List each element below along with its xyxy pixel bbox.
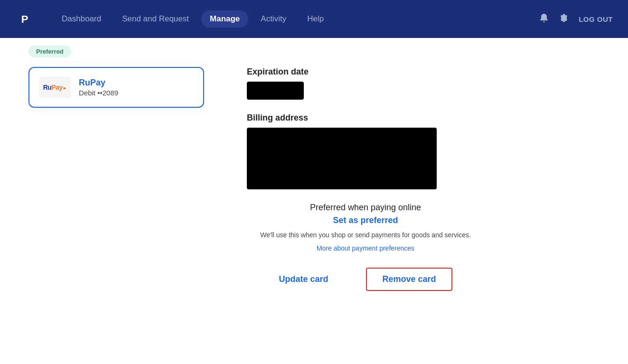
- remove-card-button[interactable]: Remove card: [366, 268, 452, 291]
- card-logo-box: RuPay►: [39, 76, 71, 98]
- billing-label: Billing address: [247, 113, 484, 123]
- rupay-logo-image: RuPay►: [43, 84, 67, 91]
- preferred-description: We'll use this when you shop or send pay…: [247, 230, 484, 240]
- left-panel: RuPay► RuPay Debit ••2089: [28, 67, 209, 291]
- billing-section: Billing address: [247, 113, 484, 189]
- main-content: RuPay► RuPay Debit ••2089 Expiration dat…: [0, 57, 628, 310]
- expiry-redacted: [247, 82, 304, 100]
- more-about-payment-link[interactable]: More about payment preferences: [317, 244, 414, 252]
- buttons-row: Update card Remove card: [247, 268, 484, 291]
- billing-redacted: [247, 128, 437, 189]
- nav-links: Dashboard Send and Request Manage Activi…: [53, 10, 539, 28]
- update-card-button[interactable]: Update card: [279, 274, 328, 284]
- navbar: P Dashboard Send and Request Manage Acti…: [0, 0, 628, 38]
- nav-dashboard[interactable]: Dashboard: [53, 10, 110, 28]
- logout-button[interactable]: LOG OUT: [579, 15, 613, 23]
- paypal-logo[interactable]: P: [15, 9, 34, 28]
- card-info: RuPay Debit ••2089: [79, 78, 118, 97]
- preferred-badge: Preferred: [28, 46, 71, 57]
- nav-help[interactable]: Help: [299, 10, 332, 28]
- set-preferred-link[interactable]: Set as preferred: [247, 215, 484, 225]
- expiration-label: Expiration date: [247, 67, 484, 77]
- bell-icon[interactable]: [539, 13, 549, 26]
- nav-activity[interactable]: Activity: [252, 10, 295, 28]
- svg-text:P: P: [21, 13, 28, 25]
- navbar-right: LOG OUT: [539, 13, 613, 26]
- right-panel: Expiration date Billing address Preferre…: [247, 67, 484, 291]
- preferred-title: Preferred when paying online: [247, 203, 484, 213]
- gear-icon[interactable]: [559, 13, 569, 26]
- nav-manage[interactable]: Manage: [201, 10, 248, 28]
- card-number: Debit ••2089: [79, 89, 118, 97]
- nav-send-request[interactable]: Send and Request: [113, 10, 197, 28]
- preferred-section: Preferred when paying online Set as pref…: [247, 203, 484, 252]
- card-item[interactable]: RuPay► RuPay Debit ••2089: [28, 67, 204, 108]
- card-name: RuPay: [79, 78, 118, 88]
- preferred-badge-container: Preferred: [0, 38, 628, 57]
